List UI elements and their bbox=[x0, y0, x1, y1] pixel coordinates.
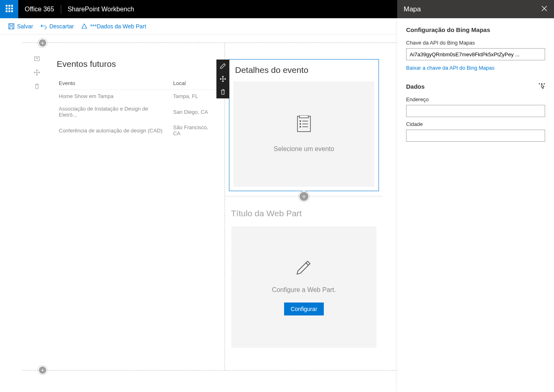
save-button[interactable]: Salvar bbox=[8, 23, 33, 30]
cell-event: Home Show em Tampa bbox=[55, 90, 169, 103]
svg-rect-6 bbox=[6, 10, 8, 12]
panel-header: Mapa bbox=[397, 0, 554, 18]
left-column: Eventos futuros Evento Local Home Show e… bbox=[22, 43, 225, 370]
svg-rect-0 bbox=[6, 5, 8, 7]
svg-rect-2 bbox=[11, 5, 13, 7]
configure-button[interactable]: Configurar bbox=[284, 303, 323, 315]
api-key-label: Chave da API do Bing Mapas bbox=[406, 40, 545, 46]
api-key-input[interactable] bbox=[406, 48, 545, 60]
detail-webpart-title: Detalhes do evento bbox=[229, 60, 379, 77]
panel-close-button[interactable] bbox=[541, 5, 548, 13]
discard-button[interactable]: Descartar bbox=[41, 23, 74, 30]
pencil-icon bbox=[295, 259, 312, 277]
edit-webpart-button[interactable] bbox=[216, 60, 229, 72]
webpart-data-button[interactable]: ***Dados da Web Part bbox=[81, 23, 146, 30]
save-label: Salvar bbox=[17, 23, 33, 30]
panel-title: Mapa bbox=[404, 5, 541, 13]
canvas-wrapper: + + Eventos futuros Evento Local Home Sh… bbox=[0, 34, 397, 392]
config-message: Configure a Web Part. bbox=[272, 286, 336, 294]
canvas-zone: + + Eventos futuros Evento Local Home Sh… bbox=[22, 43, 397, 371]
svg-rect-11 bbox=[10, 27, 13, 29]
webpart-toolbar bbox=[216, 60, 229, 98]
table-row[interactable]: Home Show em TampaTampa, FL bbox=[55, 90, 220, 103]
panel-section-data: Dados bbox=[406, 83, 545, 90]
svg-rect-10 bbox=[10, 23, 13, 25]
list-icon bbox=[297, 115, 311, 134]
table-row[interactable]: Conferência de automação de design (CAD)… bbox=[55, 121, 220, 140]
product-label: SharePoint Workbench bbox=[61, 6, 141, 13]
triangle-icon bbox=[81, 23, 88, 30]
cell-location: São Francisco, CA bbox=[169, 121, 220, 140]
right-column: Detalhes do evento Selecione um evento +… bbox=[225, 43, 397, 370]
svg-point-21 bbox=[300, 124, 301, 124]
app-launcher-button[interactable] bbox=[0, 0, 18, 18]
config-webpart-title-placeholder[interactable]: Título da Web Part bbox=[229, 209, 379, 218]
detail-webpart-body: Selecione um evento bbox=[233, 81, 374, 187]
delete-webpart-button[interactable] bbox=[216, 85, 229, 98]
svg-rect-19 bbox=[299, 115, 308, 118]
cursor-pointer-icon bbox=[539, 83, 546, 92]
cell-location: San Diego, CA bbox=[169, 102, 220, 121]
city-input[interactable] bbox=[406, 130, 545, 142]
save-icon bbox=[8, 23, 15, 30]
cell-event: Associação de Instalação e Design de Ele… bbox=[55, 102, 169, 121]
event-details-webpart[interactable]: Detalhes do evento Selecione um evento bbox=[229, 59, 379, 191]
table-row[interactable]: Associação de Instalação e Design de Ele… bbox=[55, 102, 220, 121]
svg-rect-7 bbox=[8, 10, 10, 12]
svg-rect-5 bbox=[11, 7, 13, 9]
svg-rect-3 bbox=[6, 7, 8, 9]
property-panel: Mapa Configuração do Bing Mapas Chave da… bbox=[397, 0, 554, 392]
config-webpart: Título da Web Part Configure a Web Part.… bbox=[229, 209, 379, 348]
webpart-separator: + bbox=[225, 196, 383, 196]
events-webpart-title: Eventos futuros bbox=[55, 59, 220, 69]
th-location[interactable]: Local bbox=[169, 77, 220, 90]
undo-icon bbox=[41, 23, 47, 30]
config-webpart-body: Configure a Web Part. Configurar bbox=[231, 226, 376, 348]
svg-point-20 bbox=[300, 121, 301, 121]
download-api-key-link[interactable]: Baixar a chave da API do Bing Mapas bbox=[406, 65, 494, 71]
address-label: Endereço bbox=[406, 96, 545, 102]
events-table: Evento Local Home Show em TampaTampa, FL… bbox=[55, 77, 220, 140]
brand-label: Office 365 bbox=[18, 6, 61, 13]
webpart-data-label: ***Dados da Web Part bbox=[90, 23, 146, 30]
address-input[interactable] bbox=[406, 105, 545, 117]
cell-event: Conferência de automação de design (CAD) bbox=[55, 121, 169, 140]
th-event[interactable]: Evento bbox=[55, 77, 169, 90]
svg-point-22 bbox=[300, 126, 301, 127]
city-label: Cidade bbox=[406, 121, 545, 127]
add-section-bottom[interactable]: + bbox=[38, 366, 47, 375]
panel-section-bing: Configuração do Bing Mapas bbox=[406, 26, 545, 33]
move-webpart-button[interactable] bbox=[216, 72, 229, 85]
waffle-icon bbox=[6, 5, 13, 14]
panel-body: Configuração do Bing Mapas Chave da API … bbox=[397, 18, 554, 154]
cell-location: Tampa, FL bbox=[169, 90, 220, 103]
detail-empty-message: Selecione um evento bbox=[274, 145, 334, 153]
svg-rect-8 bbox=[11, 10, 13, 12]
svg-rect-1 bbox=[8, 5, 10, 7]
add-webpart-button[interactable]: + bbox=[299, 192, 308, 201]
svg-rect-4 bbox=[8, 7, 10, 9]
add-section-top[interactable]: + bbox=[38, 38, 47, 47]
discard-label: Descartar bbox=[49, 23, 74, 30]
